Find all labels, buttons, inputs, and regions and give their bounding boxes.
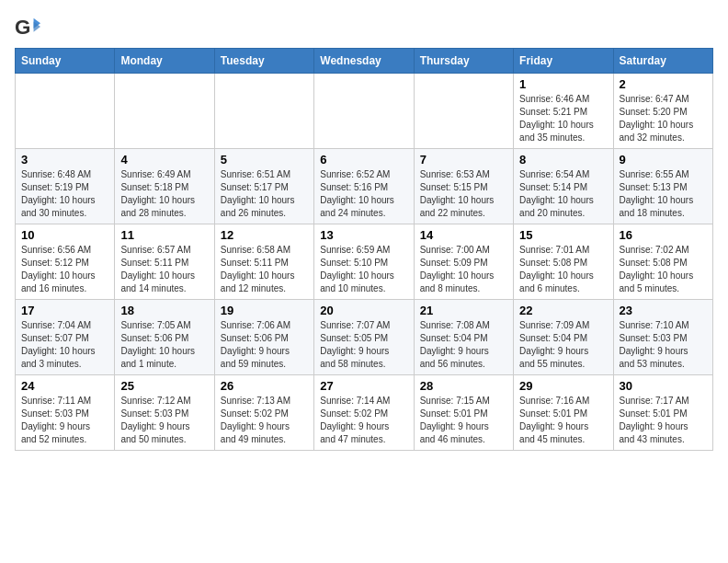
day-number: 23 — [620, 304, 707, 317]
header-monday: Monday — [115, 49, 214, 74]
calendar-cell: 1Sunrise: 6:46 AM Sunset: 5:21 PM Daylig… — [514, 74, 613, 149]
day-info: Sunrise: 7:02 AM Sunset: 5:08 PM Dayligh… — [620, 244, 707, 295]
calendar-cell: 26Sunrise: 7:13 AM Sunset: 5:02 PM Dayli… — [214, 375, 313, 451]
day-number: 14 — [420, 228, 507, 242]
header-saturday: Saturday — [613, 49, 712, 74]
calendar-table: SundayMondayTuesdayWednesdayThursdayFrid… — [15, 48, 713, 451]
calendar-cell: 3Sunrise: 6:48 AM Sunset: 5:19 PM Daylig… — [16, 149, 115, 224]
calendar-cell: 9Sunrise: 6:55 AM Sunset: 5:13 PM Daylig… — [613, 149, 712, 224]
day-info: Sunrise: 7:10 AM Sunset: 5:03 PM Dayligh… — [620, 319, 707, 371]
day-number: 10 — [21, 228, 108, 242]
day-info: Sunrise: 7:05 AM Sunset: 5:06 PM Dayligh… — [120, 319, 208, 371]
day-info: Sunrise: 7:09 AM Sunset: 5:04 PM Dayligh… — [519, 319, 607, 371]
day-info: Sunrise: 6:46 AM Sunset: 5:21 PM Dayligh… — [519, 93, 607, 144]
calendar-cell — [214, 74, 313, 149]
day-info: Sunrise: 6:54 AM Sunset: 5:14 PM Dayligh… — [519, 168, 607, 220]
day-info: Sunrise: 6:58 AM Sunset: 5:11 PM Dayligh… — [221, 244, 308, 295]
day-info: Sunrise: 6:59 AM Sunset: 5:10 PM Dayligh… — [320, 244, 407, 295]
calendar-cell: 7Sunrise: 6:53 AM Sunset: 5:15 PM Daylig… — [414, 149, 513, 224]
day-info: Sunrise: 7:00 AM Sunset: 5:09 PM Dayligh… — [420, 244, 507, 295]
day-info: Sunrise: 6:57 AM Sunset: 5:11 PM Dayligh… — [120, 244, 208, 295]
day-number: 26 — [221, 379, 308, 393]
calendar-cell: 19Sunrise: 7:06 AM Sunset: 5:06 PM Dayli… — [214, 300, 313, 375]
day-number: 11 — [120, 228, 208, 242]
day-number: 24 — [21, 379, 108, 393]
calendar-week-2: 10Sunrise: 6:56 AM Sunset: 5:12 PM Dayli… — [16, 224, 713, 300]
calendar-week-4: 24Sunrise: 7:11 AM Sunset: 5:03 PM Dayli… — [16, 375, 713, 451]
day-info: Sunrise: 7:14 AM Sunset: 5:02 PM Dayligh… — [320, 395, 407, 446]
calendar-cell: 5Sunrise: 6:51 AM Sunset: 5:17 PM Daylig… — [214, 149, 313, 224]
svg-text:G: G — [15, 16, 30, 39]
day-number: 28 — [420, 379, 507, 393]
calendar-cell: 11Sunrise: 6:57 AM Sunset: 5:11 PM Dayli… — [115, 224, 214, 300]
day-info: Sunrise: 7:11 AM Sunset: 5:03 PM Dayligh… — [21, 395, 108, 446]
calendar-cell: 16Sunrise: 7:02 AM Sunset: 5:08 PM Dayli… — [613, 224, 712, 300]
day-number: 4 — [120, 153, 208, 167]
calendar-cell: 23Sunrise: 7:10 AM Sunset: 5:03 PM Dayli… — [613, 300, 712, 375]
day-info: Sunrise: 6:56 AM Sunset: 5:12 PM Dayligh… — [21, 244, 108, 295]
day-number: 7 — [420, 153, 507, 167]
calendar-header-row: SundayMondayTuesdayWednesdayThursdayFrid… — [16, 49, 713, 74]
day-number: 15 — [519, 228, 607, 242]
calendar-cell: 14Sunrise: 7:00 AM Sunset: 5:09 PM Dayli… — [414, 224, 513, 300]
day-number: 27 — [320, 379, 407, 393]
calendar-cell: 29Sunrise: 7:16 AM Sunset: 5:01 PM Dayli… — [514, 375, 613, 451]
day-info: Sunrise: 7:12 AM Sunset: 5:03 PM Dayligh… — [120, 395, 208, 446]
day-number: 18 — [120, 304, 208, 317]
calendar-cell: 17Sunrise: 7:04 AM Sunset: 5:07 PM Dayli… — [16, 300, 115, 375]
header-wednesday: Wednesday — [314, 49, 414, 74]
calendar-cell: 15Sunrise: 7:01 AM Sunset: 5:08 PM Dayli… — [514, 224, 613, 300]
header-thursday: Thursday — [414, 49, 513, 74]
day-info: Sunrise: 7:06 AM Sunset: 5:06 PM Dayligh… — [221, 319, 308, 371]
day-number: 13 — [320, 228, 407, 242]
day-info: Sunrise: 7:13 AM Sunset: 5:02 PM Dayligh… — [221, 395, 308, 446]
calendar-cell: 22Sunrise: 7:09 AM Sunset: 5:04 PM Dayli… — [514, 300, 613, 375]
day-number: 25 — [120, 379, 208, 393]
day-number: 29 — [519, 379, 607, 393]
day-number: 5 — [221, 153, 308, 167]
day-info: Sunrise: 7:07 AM Sunset: 5:05 PM Dayligh… — [320, 319, 407, 371]
day-info: Sunrise: 6:48 AM Sunset: 5:19 PM Dayligh… — [21, 168, 108, 220]
calendar-cell — [115, 74, 214, 149]
day-info: Sunrise: 6:53 AM Sunset: 5:15 PM Dayligh… — [420, 168, 507, 220]
day-info: Sunrise: 7:04 AM Sunset: 5:07 PM Dayligh… — [21, 319, 108, 371]
day-info: Sunrise: 7:16 AM Sunset: 5:01 PM Dayligh… — [519, 395, 607, 446]
calendar-cell: 25Sunrise: 7:12 AM Sunset: 5:03 PM Dayli… — [115, 375, 214, 451]
day-number: 6 — [320, 153, 407, 167]
day-number: 17 — [21, 304, 108, 317]
day-info: Sunrise: 7:17 AM Sunset: 5:01 PM Dayligh… — [620, 395, 707, 446]
day-number: 3 — [21, 153, 108, 167]
page-header: G — [15, 15, 713, 40]
calendar-cell: 27Sunrise: 7:14 AM Sunset: 5:02 PM Dayli… — [314, 375, 414, 451]
calendar-cell — [16, 74, 115, 149]
calendar-week-1: 3Sunrise: 6:48 AM Sunset: 5:19 PM Daylig… — [16, 149, 713, 224]
calendar-cell: 28Sunrise: 7:15 AM Sunset: 5:01 PM Dayli… — [414, 375, 513, 451]
day-number: 19 — [221, 304, 308, 317]
calendar-cell: 21Sunrise: 7:08 AM Sunset: 5:04 PM Dayli… — [414, 300, 513, 375]
calendar-cell: 13Sunrise: 6:59 AM Sunset: 5:10 PM Dayli… — [314, 224, 414, 300]
day-info: Sunrise: 6:51 AM Sunset: 5:17 PM Dayligh… — [221, 168, 308, 220]
calendar-cell: 2Sunrise: 6:47 AM Sunset: 5:20 PM Daylig… — [613, 74, 712, 149]
calendar-cell: 4Sunrise: 6:49 AM Sunset: 5:18 PM Daylig… — [115, 149, 214, 224]
calendar-week-3: 17Sunrise: 7:04 AM Sunset: 5:07 PM Dayli… — [16, 300, 713, 375]
day-info: Sunrise: 7:01 AM Sunset: 5:08 PM Dayligh… — [519, 244, 607, 295]
calendar-cell: 12Sunrise: 6:58 AM Sunset: 5:11 PM Dayli… — [214, 224, 313, 300]
calendar-cell: 20Sunrise: 7:07 AM Sunset: 5:05 PM Dayli… — [314, 300, 414, 375]
day-info: Sunrise: 6:52 AM Sunset: 5:16 PM Dayligh… — [320, 168, 407, 220]
day-number: 30 — [620, 379, 707, 393]
day-number: 2 — [620, 77, 707, 91]
calendar-cell — [314, 74, 414, 149]
logo-icon: G — [15, 15, 40, 40]
day-number: 22 — [519, 304, 607, 317]
day-info: Sunrise: 6:55 AM Sunset: 5:13 PM Dayligh… — [620, 168, 707, 220]
day-info: Sunrise: 7:15 AM Sunset: 5:01 PM Dayligh… — [420, 395, 507, 446]
calendar-cell: 10Sunrise: 6:56 AM Sunset: 5:12 PM Dayli… — [16, 224, 115, 300]
day-number: 9 — [620, 153, 707, 167]
day-info: Sunrise: 6:47 AM Sunset: 5:20 PM Dayligh… — [620, 93, 707, 144]
day-number: 21 — [420, 304, 507, 317]
calendar-cell: 24Sunrise: 7:11 AM Sunset: 5:03 PM Dayli… — [16, 375, 115, 451]
header-friday: Friday — [514, 49, 613, 74]
day-number: 1 — [519, 77, 607, 91]
day-number: 20 — [320, 304, 407, 317]
day-number: 8 — [519, 153, 607, 167]
